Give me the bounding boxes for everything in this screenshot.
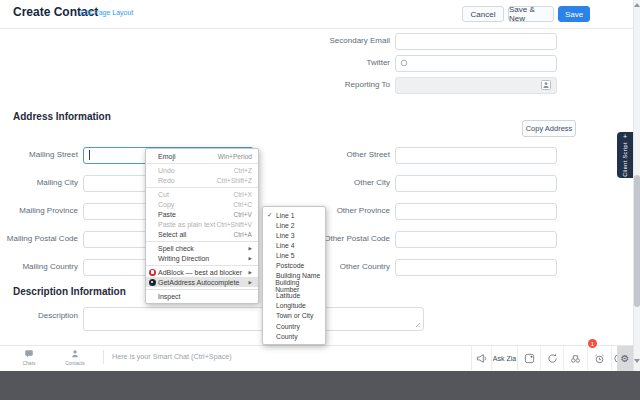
check-icon: ✓ [267,211,276,219]
menu-separator [146,265,258,266]
gear-icon: ⚙ [621,354,630,364]
other-city-input[interactable] [395,175,557,192]
save-and-new-button[interactable]: Save & New [508,6,554,22]
client-script-tab[interactable]: + Client Script [617,132,633,178]
telephony-button[interactable] [563,346,587,370]
address-section-title: Address Information [13,111,111,122]
submenu-item-town-or-city[interactable]: Town or City [263,311,325,321]
other-street-input[interactable] [395,147,557,164]
text-caret [89,150,90,160]
menu-item-copy[interactable]: CopyCtrl+C [146,199,258,209]
submenu-arrow-icon: ▶ [249,256,252,261]
secondary-email-label: Secondary Email [288,33,390,49]
reporting-to-label: Reporting To [288,77,390,93]
submenu-item-longitude[interactable]: Longitude [263,301,325,311]
sync-button[interactable] [540,346,563,370]
resize-handle-icon[interactable] [415,322,421,328]
bottom-bar-divider [103,350,104,364]
submenu-arrow-icon: ▶ [249,246,252,251]
create-contact-page: Create Contact Edit Page Layout Cancel S… [0,0,640,400]
reporting-to-input[interactable] [395,77,557,94]
zia-panel-button[interactable] [517,346,540,370]
settings-button[interactable]: ⚙ [617,346,633,371]
mailing-street-label: Mailing Street [0,147,78,163]
menu-separator [146,241,258,242]
description-label: Description [0,308,78,324]
submenu-item-line1[interactable]: ✓Line 1 [263,210,325,220]
submenu-item-postcode[interactable]: Postcode [263,260,325,270]
other-city-label: Other City [288,175,390,191]
chat-bubble-icon [24,349,34,359]
megaphone-icon [476,353,487,364]
scrollbar-up-arrow[interactable] [634,3,640,7]
twitter-input[interactable] [395,55,557,72]
submenu-arrow-icon: ▶ [249,270,252,275]
header-divider [0,28,640,29]
twitter-icon [400,59,408,67]
submenu-item-county[interactable]: County [263,331,325,341]
twitter-label: Twitter [288,55,390,71]
submenu-item-building-number[interactable]: Building Number [263,281,325,291]
notification-badge: 1 [588,339,597,348]
ask-zia-button[interactable]: Ask Zia [491,346,517,370]
bottom-band [0,371,640,400]
panel-icon [524,353,535,364]
menu-item-undo[interactable]: UndoCtrl+Z [146,165,258,175]
smart-chat-text[interactable]: Here is your Smart Chat (Ctrl+Space) [112,352,232,361]
mailing-province-label: Mailing Province [0,203,78,219]
client-script-expand-icon: + [623,132,627,141]
context-menu: EmojiWin+Period UndoCtrl+Z RedoCtrl+Shif… [145,148,259,304]
menu-separator [146,187,258,188]
menu-item-writing-direction[interactable]: Writing Direction▶ [146,253,258,263]
scrollbar-down-arrow[interactable] [634,359,640,363]
menu-item-cut[interactable]: CutCtrl+X [146,189,258,199]
chats-shortcut[interactable]: Chats [12,349,46,366]
bottom-right-toolbar: Ask Zia [471,346,625,370]
person-icon [70,349,80,359]
other-postal-code-input[interactable] [395,231,557,248]
scrollbar-thumb[interactable] [634,175,640,307]
menu-item-adblock[interactable]: AdBlock — best ad blocker▶ [146,267,258,277]
menu-item-redo[interactable]: RedoCtrl+Shift+Z [146,175,258,185]
edit-page-layout-link[interactable]: Edit Page Layout [80,9,133,16]
mailing-postal-code-label: Mailing Postal Code [0,231,78,247]
menu-item-paste[interactable]: PasteCtrl+V [146,209,258,219]
adblock-icon [149,269,156,276]
submenu-item-line4[interactable]: Line 4 [263,240,325,250]
getaddress-submenu: ✓Line 1 Line 2 Line 3 Line 4 Line 5 Post… [262,206,326,345]
menu-separator [146,163,258,164]
menu-item-getaddress[interactable]: GetAddress Autocomplete▶ [146,277,258,287]
getaddress-icon [149,279,156,286]
other-province-input[interactable] [395,203,557,220]
copy-address-button[interactable]: Copy Address [522,120,576,137]
menu-item-inspect[interactable]: Inspect [146,291,258,301]
client-script-tab-label: Client Script [622,142,628,177]
submenu-item-line3[interactable]: Line 3 [263,230,325,240]
menu-item-paste-plain[interactable]: Paste as plain textCtrl+Shift+V [146,219,258,229]
mailing-city-label: Mailing City [0,175,78,191]
submenu-arrow-icon: ▶ [249,280,252,285]
submenu-item-line5[interactable]: Line 5 [263,250,325,260]
lookup-icon[interactable] [541,80,551,90]
save-button[interactable]: Save [558,6,590,22]
menu-separator [146,289,258,290]
menu-item-emoji[interactable]: EmojiWin+Period [146,151,258,161]
reminders-button[interactable] [587,346,611,370]
submenu-item-line2[interactable]: Line 2 [263,220,325,230]
announcement-button[interactable] [471,346,491,370]
other-country-input[interactable] [395,259,557,276]
menu-item-spell-check[interactable]: Spell check▶ [146,243,258,253]
menu-item-select-all[interactable]: Select allCtrl+A [146,229,258,239]
cancel-button[interactable]: Cancel [462,6,504,22]
alarm-clock-icon [594,353,605,364]
binoculars-icon [570,353,581,364]
contacts-shortcut[interactable]: Contacts [58,349,92,366]
submenu-item-country[interactable]: Country [263,321,325,331]
refresh-icon [547,353,558,364]
other-street-label: Other Street [288,147,390,163]
mailing-country-label: Mailing Country [0,259,78,275]
secondary-email-input[interactable] [395,33,557,50]
description-textarea[interactable] [83,307,424,331]
description-section-title: Description Information [13,286,126,297]
